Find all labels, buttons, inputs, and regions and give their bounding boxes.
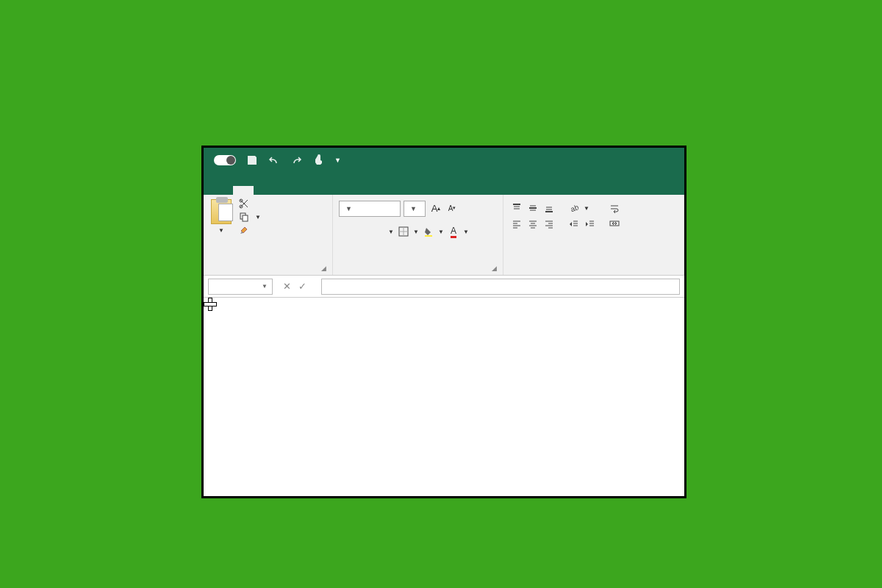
copy-button[interactable]: ▼ xyxy=(237,211,262,223)
borders-dropdown-icon[interactable]: ▼ xyxy=(412,224,420,239)
increase-indent-icon[interactable] xyxy=(583,217,598,232)
paste-button[interactable]: ▼ xyxy=(209,198,233,235)
orientation-icon[interactable]: ab xyxy=(567,201,581,215)
align-middle-icon[interactable] xyxy=(526,201,540,215)
svg-text:ab: ab xyxy=(570,203,579,213)
font-launcher-icon[interactable]: ◢ xyxy=(492,265,497,272)
paintbrush-icon xyxy=(239,225,249,235)
font-name-combo[interactable]: ▼ xyxy=(339,201,401,217)
touch-mode-icon[interactable] xyxy=(312,154,324,166)
chevron-down-icon: ▼ xyxy=(345,205,352,212)
align-center-icon[interactable] xyxy=(526,217,540,232)
underline-button[interactable] xyxy=(371,224,386,239)
tab-home[interactable] xyxy=(233,186,254,195)
cut-button[interactable] xyxy=(237,198,262,209)
align-right-icon[interactable] xyxy=(542,217,556,232)
name-box-dropdown-icon[interactable]: ▼ xyxy=(262,283,268,290)
cancel-formula-icon[interactable]: ✕ xyxy=(283,281,291,292)
svg-rect-7 xyxy=(425,235,432,237)
wrap-merge xyxy=(609,201,623,232)
italic-button[interactable] xyxy=(355,224,370,239)
tab-formulas[interactable] xyxy=(315,186,336,195)
format-painter-button[interactable] xyxy=(237,224,262,236)
cell-cursor-icon xyxy=(204,298,215,309)
tab-insert[interactable] xyxy=(254,186,274,195)
chevron-down-icon: ▼ xyxy=(410,205,417,212)
font-group-label: ◢ xyxy=(339,270,497,273)
alignment-group-label xyxy=(509,270,678,273)
fill-dropdown-icon[interactable]: ▼ xyxy=(437,224,445,239)
indent-buttons: ab ▼ xyxy=(567,201,598,232)
enter-formula-icon[interactable]: ✓ xyxy=(298,281,306,292)
group-alignment: ab ▼ xyxy=(503,195,684,275)
copy-dropdown-icon[interactable]: ▼ xyxy=(255,214,261,220)
borders-button[interactable] xyxy=(396,224,411,239)
align-top-icon[interactable] xyxy=(509,201,524,215)
group-clipboard: ▼ ▼ xyxy=(204,195,333,275)
decrease-font-icon[interactable]: A▾ xyxy=(445,201,459,215)
align-bottom-icon[interactable] xyxy=(542,201,556,215)
save-icon[interactable] xyxy=(246,154,258,166)
tab-draw[interactable] xyxy=(274,186,295,195)
undo-icon[interactable] xyxy=(268,154,280,166)
formula-input[interactable] xyxy=(321,279,680,295)
group-font: ▼ ▼ A▴ A▾ ▼ ▼ ▼ A ▼ xyxy=(333,195,503,275)
paste-dropdown-icon[interactable]: ▼ xyxy=(218,227,224,234)
copy-icon xyxy=(239,212,249,222)
tab-file[interactable] xyxy=(212,186,233,195)
ribbon-tabs xyxy=(204,173,684,195)
autosave-toggle[interactable] xyxy=(209,155,236,165)
tab-data[interactable] xyxy=(336,186,356,195)
autosave-switch[interactable] xyxy=(214,155,236,165)
wrap-text-button[interactable] xyxy=(609,204,623,214)
orientation-dropdown-icon[interactable]: ▼ xyxy=(583,201,590,215)
merge-button[interactable] xyxy=(609,218,623,229)
alignment-buttons xyxy=(509,201,556,232)
quick-access-toolbar: ▼ xyxy=(204,148,684,173)
clipboard-launcher-icon[interactable]: ◢ xyxy=(321,265,326,272)
paste-icon xyxy=(211,199,232,224)
align-left-icon[interactable] xyxy=(509,217,524,232)
wrap-text-icon xyxy=(609,204,620,214)
scissors-icon xyxy=(239,198,249,209)
formula-bar: ▼ ✕ ✓ xyxy=(204,276,684,298)
underline-dropdown-icon[interactable]: ▼ xyxy=(387,224,395,239)
font-color-button[interactable]: A xyxy=(446,224,461,239)
ribbon: ▼ ▼ xyxy=(204,195,684,276)
decrease-indent-icon[interactable] xyxy=(567,217,581,232)
name-box[interactable]: ▼ xyxy=(208,279,273,295)
font-color-dropdown-icon[interactable]: ▼ xyxy=(462,224,470,239)
clipboard-group-label: ◢ xyxy=(209,270,326,273)
tab-page-layout[interactable] xyxy=(295,186,315,195)
svg-rect-3 xyxy=(243,215,248,221)
bold-button[interactable] xyxy=(339,224,354,239)
increase-font-icon[interactable]: A▴ xyxy=(429,201,443,215)
tab-review[interactable] xyxy=(356,186,377,195)
redo-icon[interactable] xyxy=(290,154,302,166)
qat-dropdown-icon[interactable]: ▼ xyxy=(334,157,341,164)
excel-window: ▼ ▼ xyxy=(201,146,686,498)
merge-icon xyxy=(609,218,620,229)
font-size-combo[interactable]: ▼ xyxy=(404,201,426,217)
fill-color-button[interactable] xyxy=(421,224,436,239)
tab-view[interactable] xyxy=(377,186,398,195)
